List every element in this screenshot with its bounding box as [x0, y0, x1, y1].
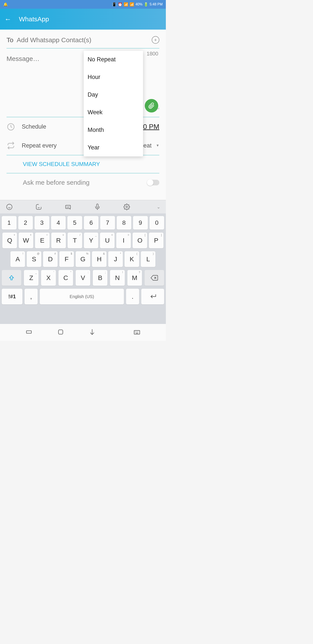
key-p[interactable]: ]P [149, 232, 163, 248]
key-m[interactable]: ?M [127, 270, 142, 286]
key-shift[interactable] [2, 270, 21, 286]
key-h[interactable]: &H [92, 251, 106, 267]
gear-icon[interactable] [123, 203, 130, 210]
key-7[interactable]: 7 [100, 216, 115, 230]
keyboard-toolbar: GIF ⌄ [0, 200, 166, 214]
key-enter[interactable] [141, 289, 164, 304]
repeat-dropdown-menu: No Repeat Hour Day Week Month Year [84, 51, 143, 156]
ask-before-label: Ask me before sending [23, 179, 141, 186]
key-period[interactable]: . [126, 289, 139, 304]
key-a[interactable]: !A [10, 251, 25, 267]
key-9[interactable]: 9 [133, 216, 148, 230]
key-u[interactable]: <U [100, 232, 115, 248]
svg-point-1 [6, 204, 12, 210]
chevron-down-icon: ▼ [156, 144, 159, 148]
attach-button[interactable] [145, 99, 158, 112]
clock-icon [6, 123, 15, 131]
key-r[interactable]: =R [51, 232, 66, 248]
key-d[interactable]: #D [43, 251, 58, 267]
key-6[interactable]: 6 [84, 216, 99, 230]
key-y[interactable]: _Y [84, 232, 98, 248]
key-s[interactable]: @S [27, 251, 41, 267]
svg-point-4 [126, 206, 128, 208]
char-count: 1800 [147, 51, 158, 57]
app-title: WhatsApp [19, 16, 49, 23]
mic-icon[interactable] [93, 203, 101, 210]
dropdown-item-day[interactable]: Day [84, 86, 143, 104]
gif-icon[interactable]: GIF [64, 203, 72, 210]
nav-bar [0, 324, 166, 341]
key-2[interactable]: 2 [18, 216, 33, 230]
key-k[interactable]: (K [125, 251, 139, 267]
key-8[interactable]: 8 [117, 216, 131, 230]
key-f[interactable]: $F [59, 251, 74, 267]
key-v[interactable]: :V [76, 270, 90, 286]
kb-row-numbers: 1 2 3 4 5 6 7 8 9 0 [2, 216, 164, 230]
back-arrow-icon[interactable]: ← [4, 15, 11, 23]
key-e[interactable]: ÷E [35, 232, 49, 248]
dropdown-item-month[interactable]: Month [84, 121, 143, 139]
status-bar: 🔔 📳 ⏰ 📶 📶 40% 🔋 5:48 PM [0, 0, 166, 9]
dropdown-item-year[interactable]: Year [84, 139, 143, 156]
repeat-icon [6, 142, 15, 150]
signal-icon: 📶 [130, 2, 134, 7]
key-x[interactable]: 'X [41, 270, 56, 286]
ask-before-toggle[interactable] [147, 180, 159, 185]
key-o[interactable]: [O [133, 232, 147, 248]
view-summary-link[interactable]: VIEW SCHEDULE SUMMARY [6, 155, 159, 174]
nav-back-icon[interactable] [88, 328, 96, 336]
collapse-icon[interactable]: ⌄ [157, 204, 160, 210]
key-space[interactable]: English (US) [40, 289, 124, 304]
notification-icon: 🔔 [3, 2, 8, 7]
status-time: 5:48 PM [150, 2, 163, 6]
key-i[interactable]: >I [116, 232, 131, 248]
svg-text:GIF: GIF [66, 206, 69, 208]
dropdown-item-hour[interactable]: Hour [84, 68, 143, 86]
svg-rect-5 [58, 330, 63, 334]
nav-keyboard-icon[interactable] [133, 328, 141, 336]
key-comma[interactable]: , [24, 289, 38, 304]
to-input[interactable] [17, 36, 148, 44]
key-symbols[interactable]: !#1 [2, 289, 22, 304]
battery-percent: 40% [135, 2, 142, 6]
key-z[interactable]: _Z [24, 270, 38, 286]
key-backspace[interactable] [145, 270, 164, 286]
add-contact-icon[interactable]: + [152, 36, 159, 44]
key-5[interactable]: 5 [67, 216, 82, 230]
wifi-icon: 📶 [124, 2, 128, 7]
ask-before-row: Ask me before sending [6, 174, 159, 186]
to-label: To [6, 36, 13, 44]
nav-recents-icon[interactable] [25, 328, 33, 336]
key-3[interactable]: 3 [34, 216, 49, 230]
nav-home-icon[interactable] [57, 328, 64, 336]
vibrate-icon: 📳 [112, 2, 116, 7]
key-c[interactable]: "C [58, 270, 73, 286]
key-1[interactable]: 1 [2, 216, 16, 230]
key-b[interactable]: ;B [93, 270, 107, 286]
key-g[interactable]: %G [76, 251, 90, 267]
dropdown-item-no-repeat[interactable]: No Repeat [84, 51, 143, 68]
alarm-icon: ⏰ [118, 2, 122, 7]
battery-icon: 🔋 [144, 2, 148, 7]
to-row: To + [6, 36, 159, 48]
key-t[interactable]: /T [68, 232, 82, 248]
paperclip-icon [148, 102, 155, 109]
key-n[interactable]: !N [110, 270, 125, 286]
emoji-icon[interactable] [5, 203, 13, 210]
dropdown-item-week[interactable]: Week [84, 104, 143, 121]
schedule-value[interactable]: 0 PM [143, 123, 159, 131]
key-l[interactable]: )L [141, 251, 155, 267]
app-bar: ← WhatsApp [0, 9, 166, 30]
sticker-icon[interactable] [35, 203, 42, 210]
key-q[interactable]: +Q [2, 232, 17, 248]
key-0[interactable]: 0 [150, 216, 164, 230]
key-j[interactable]: *J [108, 251, 123, 267]
keyboard: 1 2 3 4 5 6 7 8 9 0 +Q ×W ÷E =R /T _Y <U… [0, 214, 166, 324]
key-4[interactable]: 4 [51, 216, 66, 230]
key-w[interactable]: ×W [19, 232, 33, 248]
